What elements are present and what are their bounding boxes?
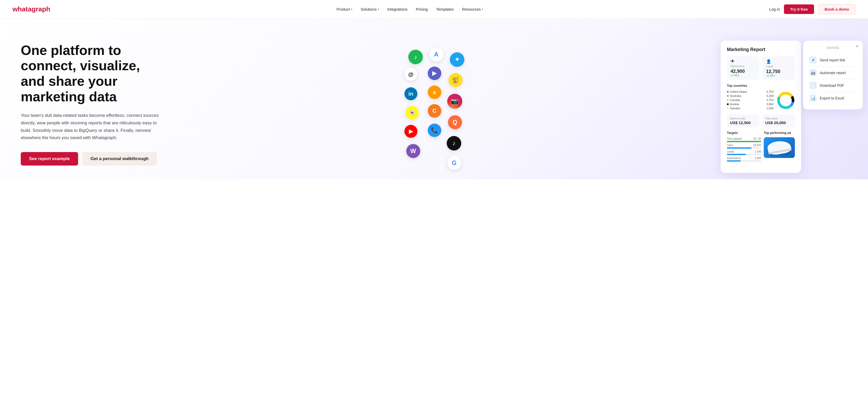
- tiktok-icon: ♪: [447, 136, 461, 150]
- nav-link-resources[interactable]: Resources▾: [462, 7, 483, 11]
- share-card-wrapper: SHARE ✕ ↗ Send report link 🤖 Automate re…: [801, 41, 863, 110]
- push-icon: ▶: [428, 67, 441, 80]
- share-item[interactable]: 📄 Download PDF: [809, 79, 857, 92]
- target-row: Likes 32,642: [727, 144, 761, 149]
- targets-list: Time passed 30 / 30 Likes 32,642 Leads 2…: [727, 137, 761, 162]
- eye-icon: 👁: [731, 59, 756, 64]
- share-item-icon: 📄: [809, 82, 817, 89]
- hero-left: One platform to connect, visualize, and …: [21, 43, 161, 166]
- share-item-icon: 🤖: [809, 69, 817, 76]
- target-bar-fill: [727, 147, 751, 149]
- woocommerce-icon: W: [406, 144, 420, 158]
- target-bar-fill: [727, 141, 761, 142]
- integration-icons: ♪@in👻▶WA▶aC📞✦🐒📷Q♪G: [393, 47, 471, 161]
- target-bar-fill: [727, 154, 746, 155]
- target-label: Impressions: [727, 157, 741, 160]
- hero-right: ♪@in👻▶WA▶aC📞✦🐒📷Q♪G Marketing Report 👁 Im…: [393, 39, 847, 169]
- target-bar-background: [727, 147, 761, 149]
- country-item: Sweden1,046: [727, 107, 774, 110]
- close-icon[interactable]: ✕: [855, 44, 859, 49]
- spent-row: Spent on ads US$ 12,500 Total spent US$ …: [727, 114, 795, 128]
- target-bar-background: [727, 141, 761, 142]
- target-value: 30 / 30: [753, 137, 761, 140]
- targets-section: Targets Time passed 30 / 30 Likes 32,642…: [727, 131, 761, 163]
- targets-title: Targets: [727, 131, 761, 135]
- hero-title: One platform to connect, visualize, and …: [21, 43, 161, 105]
- target-label: Leads: [727, 150, 734, 153]
- impressions-label: Impressions: [731, 65, 756, 68]
- nav-link-templates[interactable]: Templates: [436, 7, 454, 11]
- google-ads-icon: A: [429, 47, 443, 62]
- report-title: Marketing Report: [727, 47, 795, 52]
- walkthrough-button[interactable]: Get a personal walkthrough: [82, 152, 157, 166]
- country-item: United States5,753: [727, 90, 774, 93]
- countries-list: United States5,753Australia5,268Canada3,…: [727, 90, 774, 111]
- chevron-down-icon: ▾: [378, 8, 379, 11]
- share-item-icon: ↗: [809, 57, 817, 64]
- login-link[interactable]: Log in: [769, 7, 780, 11]
- marketing-report-card: Marketing Report 👁 Impressions 42,900 +2…: [721, 41, 801, 173]
- target-value: 32,642: [753, 144, 761, 147]
- leads-label: Leads: [766, 65, 791, 68]
- hero-description: Your team's dull data-related tasks beco…: [21, 112, 161, 142]
- navbar: whatagraph Product▾Solutions▾Integration…: [0, 0, 868, 19]
- criteo-icon: C: [428, 104, 441, 117]
- share-item[interactable]: ↗ Send report link: [809, 54, 857, 67]
- youtube-icon: ▶: [404, 125, 417, 138]
- spotify-icon: ♪: [408, 50, 423, 64]
- spent-on-ads-box: Spent on ads US$ 12,500: [727, 114, 760, 128]
- metrics-row: 👁 Impressions 42,900 +2.86% 👤 Leads 12,7…: [727, 57, 795, 80]
- linkedin-icon: in: [404, 87, 417, 100]
- share-item[interactable]: 🤖 Automate report: [809, 67, 857, 79]
- spent-on-ads-label: Spent on ads: [730, 117, 756, 120]
- total-spent-box: Total spent US$ 20,000: [762, 114, 795, 128]
- share-card: SHARE ✕ ↗ Send report link 🤖 Automate re…: [803, 41, 863, 110]
- share-item-label: Download PDF: [820, 83, 844, 88]
- target-row: Impressions 1,900: [727, 157, 761, 162]
- instagram-icon: 📷: [447, 94, 462, 109]
- bottom-row: Targets Time passed 30 / 30 Likes 32,642…: [727, 131, 795, 167]
- hero-section: One platform to connect, visualize, and …: [0, 19, 868, 179]
- countries-section-title: Top countries: [727, 84, 795, 88]
- nav-link-pricing[interactable]: Pricing: [416, 7, 428, 11]
- semrush-icon: Q: [448, 115, 462, 129]
- nav-link-integrations[interactable]: Integrations: [387, 7, 407, 11]
- total-spent-label: Total spent: [765, 117, 792, 120]
- target-bar-background: [727, 160, 761, 162]
- share-item-label: Send report link: [820, 58, 845, 62]
- try-free-button[interactable]: Try it free: [784, 4, 814, 14]
- country-item: Austria2,864: [727, 103, 774, 106]
- chevron-down-icon: ▾: [482, 8, 483, 11]
- target-row: Leads 2,246: [727, 150, 761, 155]
- google-icon: G: [447, 156, 461, 170]
- share-title: SHARE: [809, 46, 857, 50]
- country-item: Australia5,268: [727, 94, 774, 97]
- share-item-icon: 📊: [809, 95, 817, 102]
- nav-link-product[interactable]: Product▾: [337, 7, 352, 11]
- snapchat-icon: 👻: [406, 106, 419, 119]
- target-value: 1,900: [755, 157, 761, 160]
- share-item-label: Automate report: [820, 71, 846, 75]
- countries-row: United States5,753Australia5,268Canada3,…: [727, 90, 795, 111]
- person-icon: 👤: [766, 59, 791, 64]
- leads-metric: 👤 Leads 12,750 +0.28%: [763, 57, 795, 80]
- target-label: Time passed: [727, 137, 742, 140]
- amazon-icon: a: [428, 85, 441, 99]
- threads-icon: @: [404, 68, 417, 81]
- target-label: Likes: [727, 144, 733, 147]
- see-report-button[interactable]: See report example: [21, 152, 78, 166]
- share-item[interactable]: 📊 Export to Excel: [809, 92, 857, 104]
- book-demo-button[interactable]: Book a demo: [818, 4, 856, 14]
- top-ad-label: Top performing ad: [764, 131, 795, 135]
- target-value: 2,246: [755, 150, 761, 153]
- target-bar-background: [727, 154, 761, 155]
- donut-chart: [777, 92, 795, 110]
- logo[interactable]: whatagraph: [12, 5, 50, 13]
- country-item: Canada3,753: [727, 98, 774, 102]
- impressions-change: +2.86%: [731, 74, 756, 77]
- total-spent-value: US$ 20,000: [765, 120, 792, 125]
- impressions-value: 42,900: [731, 69, 756, 74]
- chevron-down-icon: ▾: [351, 8, 352, 11]
- spent-on-ads-value: US$ 12,500: [730, 120, 756, 125]
- nav-link-solutions[interactable]: Solutions▾: [361, 7, 379, 11]
